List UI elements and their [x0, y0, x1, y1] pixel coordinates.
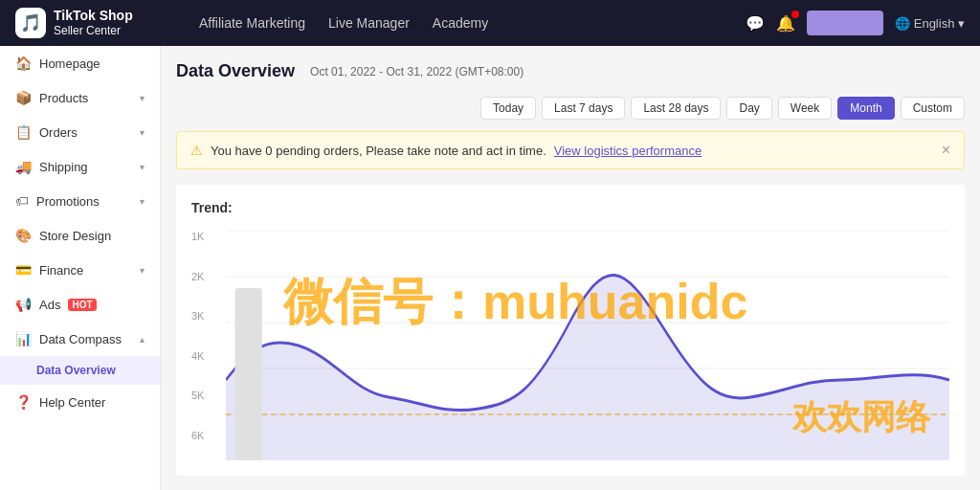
chevron-down-icon: ▾ [140, 162, 145, 172]
home-icon: 🏠 [15, 56, 32, 71]
page-header: Data Overview Oct 01, 2022 - Oct 31, 202… [176, 61, 965, 120]
filter-day[interactable]: Day [726, 97, 771, 120]
orders-icon: 📋 [15, 124, 32, 140]
filter-custom[interactable]: Custom [901, 97, 965, 120]
filter-last28[interactable]: Last 28 days [631, 97, 721, 120]
nav-right: 💬 🔔 🌐 English ▾ [746, 11, 965, 35]
filter-week[interactable]: Week [778, 97, 832, 120]
help-icon: ❓ [15, 394, 32, 410]
data-compass-icon: 📊 [15, 331, 32, 346]
chevron-down-icon: ▾ [140, 93, 145, 103]
alert-message: You have 0 pending orders, Please take n… [211, 144, 546, 158]
notification-badge [791, 11, 799, 18]
alert-link[interactable]: View logistics performance [554, 144, 702, 158]
svg-rect-6 [234, 288, 261, 460]
chart-area: 微信号：muhuanidc 欢欢网络 [226, 231, 949, 460]
body-layout: 🏠 Homepage 📦 Products ▾ 📋 Orders ▾ 🚚 Shi… [0, 46, 980, 490]
sidebar-item-homepage[interactable]: 🏠 Homepage [0, 46, 160, 80]
trend-chart [226, 231, 949, 460]
products-icon: 📦 [15, 90, 32, 105]
sidebar-item-shipping[interactable]: 🚚 Shipping ▾ [0, 149, 160, 184]
top-navigation: 🎵 TikTok Shop Seller Center Affiliate Ma… [0, 0, 980, 46]
chevron-down-icon: ▾ [140, 265, 145, 276]
sidebar-item-data-compass[interactable]: 📊 Data Compass ▴ [0, 322, 160, 356]
filter-buttons: Today Last 7 days Last 28 days Day Week … [480, 97, 965, 120]
alert-banner: ⚠ You have 0 pending orders, Please take… [176, 131, 965, 169]
warning-icon: ⚠ [190, 143, 203, 158]
sidebar-item-products[interactable]: 📦 Products ▾ [0, 80, 160, 115]
store-design-icon: 🎨 [15, 228, 32, 243]
trend-title: Trend: [191, 200, 949, 215]
logo-area: 🎵 TikTok Shop Seller Center [15, 8, 168, 38]
ads-icon: 📢 [15, 297, 32, 312]
filter-today[interactable]: Today [480, 97, 536, 120]
filter-last7[interactable]: Last 7 days [542, 97, 625, 120]
sidebar-item-store-design[interactable]: 🎨 Store Design [0, 218, 160, 253]
chevron-up-icon: ▴ [140, 334, 145, 345]
logo-main: TikTok Shop [54, 8, 133, 24]
message-icon[interactable]: 💬 [746, 14, 765, 33]
avatar[interactable] [807, 11, 883, 35]
nav-link-live[interactable]: Live Manager [328, 15, 410, 31]
chevron-down-icon: ▾ [140, 127, 145, 138]
date-range: Oct 01, 2022 - Oct 31, 2022 (GMT+08:00) [310, 65, 523, 78]
trend-section: Trend: 6K 5K 4K 3K 2K 1K 微信号：muhuanidc 欢… [176, 185, 965, 476]
nav-links: Affiliate Marketing Live Manager Academy [199, 15, 715, 31]
sidebar: 🏠 Homepage 📦 Products ▾ 📋 Orders ▾ 🚚 Shi… [0, 46, 161, 490]
page-title: Data Overview [176, 61, 295, 81]
filter-month[interactable]: Month [837, 97, 894, 120]
bell-icon[interactable]: 🔔 [776, 14, 795, 33]
chevron-down-icon: ▾ [140, 196, 145, 207]
shipping-icon: 🚚 [15, 159, 32, 174]
sidebar-item-orders[interactable]: 📋 Orders ▾ [0, 115, 160, 149]
logo-sub: Seller Center [54, 24, 133, 37]
promotions-icon: 🏷 [15, 193, 29, 209]
chart-container: 6K 5K 4K 3K 2K 1K 微信号：muhuanidc 欢欢网络 [191, 231, 949, 460]
nav-link-affiliate[interactable]: Affiliate Marketing [199, 15, 305, 31]
sidebar-item-promotions[interactable]: 🏷 Promotions ▾ [0, 184, 160, 218]
finance-icon: 💳 [15, 262, 32, 278]
tiktok-logo-icon: 🎵 [15, 8, 46, 38]
sidebar-item-finance[interactable]: 💳 Finance ▾ [0, 253, 160, 287]
alert-close-button[interactable]: × [942, 142, 950, 159]
sidebar-item-help-center[interactable]: ❓ Help Center [0, 385, 160, 419]
y-axis: 6K 5K 4K 3K 2K 1K [191, 231, 226, 460]
hot-badge: HOT [68, 299, 96, 311]
sidebar-sub-item-data-overview[interactable]: Data Overview [0, 356, 160, 385]
main-content: Data Overview Oct 01, 2022 - Oct 31, 202… [161, 46, 980, 490]
sidebar-item-ads[interactable]: 📢 Ads HOT [0, 287, 160, 322]
nav-link-academy[interactable]: Academy [433, 15, 488, 31]
language-selector[interactable]: 🌐 English ▾ [895, 16, 965, 31]
logo-text: TikTok Shop Seller Center [54, 8, 133, 37]
